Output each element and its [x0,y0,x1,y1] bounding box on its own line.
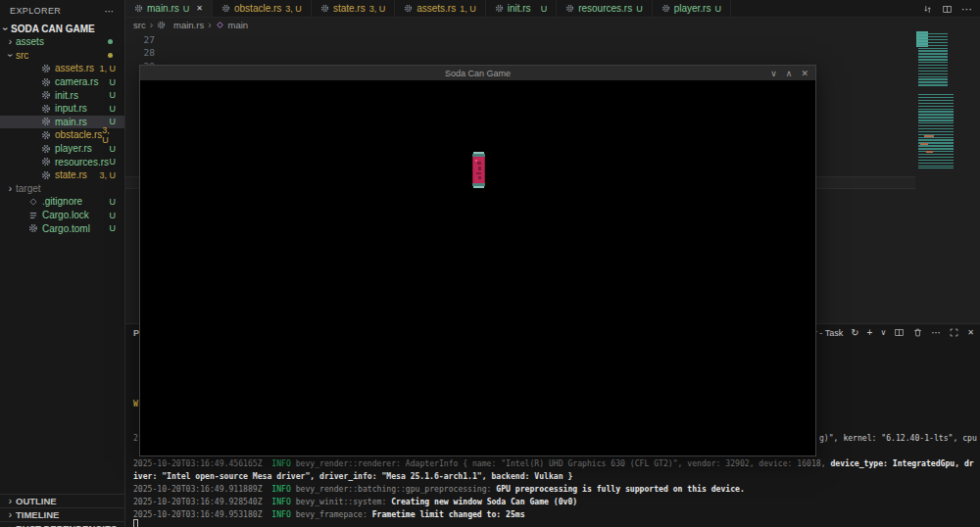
toml-gear-icon [28,223,38,233]
rust-file-icon [41,170,51,180]
chevron-right-icon: › [5,496,16,506]
panel-more-icon[interactable]: ⋯ [931,327,941,338]
git-badge: U [110,144,117,154]
sidebar-item-state-rs[interactable]: state.rs 3, U [0,168,124,182]
rust-file-icon [41,104,51,114]
sidebar-item-obstacle-rs[interactable]: obstacle.rs 3, U [0,128,124,142]
line-number: 28 [133,46,155,60]
split-terminal-icon[interactable] [894,327,905,338]
close-panel-icon[interactable]: ✕ [967,328,974,337]
more-actions-icon[interactable]: ⋯ [961,3,972,16]
rust-file-icon [134,4,143,13]
lock-file-icon [28,211,38,220]
breadcrumb-separator: › [150,20,153,30]
minimap-code-block [918,94,954,168]
sidebar-section-rust-dependencies[interactable]: › RUST DEPENDENCIES [0,521,125,527]
new-terminal-icon[interactable]: + [867,327,873,338]
maximize-panel-icon[interactable] [949,327,959,338]
rust-file-icon [41,130,51,140]
sidebar-item-cargo-lock[interactable]: Cargo.lock U [0,209,124,222]
rust-file-icon [41,144,51,154]
gitignore-file-icon [28,197,38,207]
rust-file-icon [495,4,504,13]
git-badge: U [110,104,117,114]
tab-main-rs[interactable]: main.rs U ✕ [125,0,213,17]
game-window-title: Soda Can Game [445,69,511,78]
terminal-warning-fragment: W [133,398,138,410]
sidebar-item-init-rs[interactable]: init.rs U [0,88,124,102]
editor-actions: ⋯ [922,0,972,18]
task-spinner-icon: ↻ [851,327,858,338]
sidebar-item-src-folder[interactable]: › src [0,49,124,63]
terminal-cursor[interactable] [133,519,138,527]
sidebar-item-assets-folder[interactable]: › assets [0,35,124,49]
terminal-line: 2025-10-20T03:16:49.928540Z INFO bevy_wi… [133,496,577,508]
tab-assets-rs[interactable]: assets.rs 1, U [395,0,486,17]
minimap-marker [920,143,928,145]
tab-player-rs[interactable]: player.rs U [653,0,731,17]
kill-terminal-icon[interactable] [912,327,923,338]
chevron-right-icon[interactable]: › [5,36,16,47]
chevron-down-icon[interactable]: › [5,50,16,61]
minimap-code-block [918,33,948,87]
sidebar-item-player-rs[interactable]: player.rs U [0,142,124,156]
breadcrumb-src[interactable]: src [133,20,146,30]
explorer-title: EXPLORER [10,6,61,16]
game-window: Soda Can Game ∨ ∧ ✕ [139,65,816,456]
git-badge: U [110,77,117,87]
project-root-label: SODA CAN GAME [11,24,95,34]
sidebar-item-camera-rs[interactable]: camera.rs U [0,75,124,89]
minimap-marker [924,135,934,137]
tab-obstacle-rs[interactable]: obstacle.rs 3, U [213,0,312,17]
rust-file-icon [41,157,51,167]
minimize-icon[interactable]: ∨ [770,69,777,78]
rust-file-icon [404,4,413,13]
git-badge: U [110,90,117,100]
game-viewport [140,80,815,455]
explorer-header: EXPLORER ⋯ [0,0,124,22]
chevron-down-icon[interactable]: › [0,24,11,34]
sidebar-section-outline[interactable]: › OUTLINE [0,494,125,507]
sidebar-item-target-folder[interactable]: › target [0,182,124,196]
sidebar-item-input-rs[interactable]: input.rs U [0,102,124,116]
rust-file-icon [565,4,574,13]
chevron-right-icon[interactable]: › [5,183,16,194]
sidebar-item-root[interactable]: › SODA CAN GAME [0,22,124,35]
sidebar-item-assets-rs[interactable]: assets.rs 1, U [0,62,124,75]
warning-status-dot [108,53,113,58]
terminal-line: iver: "Intel open-source Mesa driver", d… [133,470,572,483]
rust-file-icon [41,90,51,100]
minimap[interactable] [916,31,967,323]
sidebar-item-cargo-toml[interactable]: Cargo.toml U [0,221,124,235]
git-badge: U [110,223,117,233]
rust-file-icon [41,77,51,87]
breadcrumb-main-symbol[interactable]: main [228,20,249,30]
close-icon[interactable]: ✕ [801,69,808,78]
rust-file-icon [662,4,670,13]
tab-init-rs[interactable]: init.rs U [486,0,557,17]
method-symbol-icon [216,21,224,29]
git-badge: 3, U [99,170,116,180]
terminal-line: 2025-10-20T03:16:49.953180Z INFO bevy_fr… [133,508,525,521]
open-changes-icon[interactable] [922,4,933,15]
game-window-titlebar[interactable]: Soda Can Game ∨ ∧ ✕ [140,66,815,80]
tab-bar: main.rs U ✕ obstacle.rs 3, U state.rs 3,… [125,0,980,18]
tab-resources-rs[interactable]: resources.rs U [557,0,653,17]
breadcrumb: src › main.rs › main [125,18,980,31]
close-tab-icon[interactable]: ✕ [196,4,203,13]
terminal-line: 2025-10-20T03:16:49.456165Z INFO bevy_re… [133,457,974,470]
soda-can-sprite [470,152,487,189]
rust-file-icon [41,64,51,73]
tab-state-rs[interactable]: state.rs 3, U [312,0,395,17]
git-badge: U [110,197,117,207]
terminal-line: 2025-10-20T03:16:49.911889Z INFO bevy_re… [133,483,745,496]
sidebar-section-timeline[interactable]: › TIMELINE [0,507,125,521]
terminal-dropdown-icon[interactable]: ∨ [880,328,886,337]
git-status-dot [108,39,113,44]
views-more-actions-icon[interactable]: ⋯ [105,6,115,17]
maximize-icon[interactable]: ∧ [786,69,793,78]
split-editor-icon[interactable] [942,4,953,15]
sidebar-item-gitignore[interactable]: .gitignore U [0,195,124,209]
breadcrumb-main-rs[interactable]: main.rs [173,20,204,30]
sidebar-item-resources-rs[interactable]: resources.rs U [0,155,124,168]
